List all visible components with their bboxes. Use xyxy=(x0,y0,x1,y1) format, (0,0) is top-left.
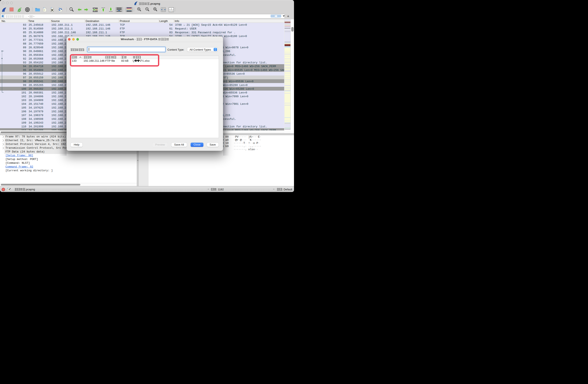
svg-text:2: 2 xyxy=(169,10,170,12)
svg-text:1: 1 xyxy=(171,8,172,10)
svg-text:3: 3 xyxy=(172,10,173,12)
